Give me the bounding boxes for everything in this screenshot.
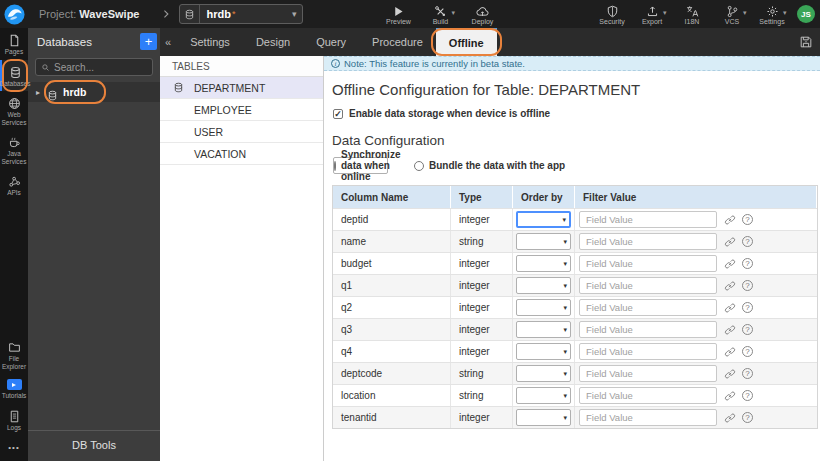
help-icon[interactable]: ? xyxy=(742,412,753,423)
security-button[interactable]: Security xyxy=(599,4,625,25)
help-icon[interactable]: ? xyxy=(742,368,753,379)
save-icon[interactable] xyxy=(799,35,813,49)
table-item-employee[interactable]: EMPLOYEE xyxy=(160,99,323,121)
help-icon[interactable]: ? xyxy=(742,236,753,247)
tab-design[interactable]: Design xyxy=(243,28,303,56)
database-item-hrdb[interactable]: ▸hrdb xyxy=(28,82,160,102)
chevron-down-icon: ▾ xyxy=(292,9,297,19)
table-item-vacation[interactable]: VACATION xyxy=(160,143,323,165)
order-by-select[interactable]: ▾ xyxy=(516,321,571,338)
sidebar-item-pages[interactable]: Pages xyxy=(0,28,28,60)
preview-button[interactable]: Preview xyxy=(385,4,411,25)
sidebar-item-web-services[interactable]: Web Services xyxy=(0,91,28,130)
sidebar-item-logs[interactable]: Logs xyxy=(0,404,28,436)
sidebar-item-apis[interactable]: APIs xyxy=(0,169,28,201)
help-icon[interactable]: ? xyxy=(742,390,753,401)
bind-field-link-icon[interactable] xyxy=(724,258,736,270)
i18n-button[interactable]: I18N xyxy=(679,4,705,25)
help-icon[interactable]: ? xyxy=(742,324,753,335)
bind-field-link-icon[interactable] xyxy=(724,412,736,424)
order-by-select[interactable]: ▾ xyxy=(516,277,571,294)
chevron-down-icon: ▾ xyxy=(563,369,567,377)
sidebar-item-databases[interactable]: Databases xyxy=(0,60,28,92)
tables-panel: TABLES DEPARTMENTEMPLOYEEUSERVACATION xyxy=(160,56,324,461)
enable-offline-label: Enable data storage when device is offli… xyxy=(349,108,550,119)
caret-right-icon: ▸ xyxy=(36,88,40,97)
database-selector-dropdown[interactable]: hrdb * ▾ xyxy=(179,4,303,24)
order-by-select[interactable]: ▾ xyxy=(516,255,571,272)
deploy-button[interactable]: Deploy xyxy=(469,4,495,25)
filter-value-input[interactable] xyxy=(579,365,717,382)
order-by-select[interactable]: ▾ xyxy=(516,409,571,426)
sidebar-item-tutorials[interactable]: Tutorials xyxy=(0,374,28,404)
enable-offline-checkbox[interactable]: ✓ Enable data storage when device is off… xyxy=(333,108,820,119)
table-item-department[interactable]: DEPARTMENT xyxy=(160,77,323,99)
chevron-down-icon: ▾ xyxy=(451,9,455,17)
add-database-button[interactable]: + xyxy=(140,33,157,50)
radio-bundle-the-data-with-the-app[interactable]: Bundle the data with the app xyxy=(414,157,565,174)
order-by-cell: ▾ xyxy=(513,385,575,406)
column-type-cell: string xyxy=(451,385,513,406)
order-by-select[interactable]: ▾ xyxy=(516,299,571,316)
help-icon[interactable]: ? xyxy=(742,280,753,291)
sidebar-item-java-services[interactable]: Java Services xyxy=(0,130,28,169)
settings-button[interactable]: ▾Settings xyxy=(759,4,785,25)
help-icon[interactable]: ? xyxy=(742,214,753,225)
wavemaker-ide: Project: WaveSwipe hrdb * ▾ Preview▾Buil… xyxy=(0,0,820,461)
filter-value-input[interactable] xyxy=(579,409,717,426)
db-tools-button[interactable]: DB Tools xyxy=(28,430,160,461)
sidebar-bottom-items: File ExplorerTutorialsLogs xyxy=(0,335,28,435)
collapse-panel-button[interactable]: « xyxy=(160,36,177,48)
bind-field-link-icon[interactable] xyxy=(724,302,736,314)
help-icon[interactable]: ? xyxy=(742,258,753,269)
user-avatar[interactable]: JS xyxy=(797,5,815,23)
bind-field-link-icon[interactable] xyxy=(724,280,736,292)
tables-panel-title: TABLES xyxy=(160,56,323,77)
chevron-down-icon: ▾ xyxy=(563,237,567,245)
table-item-user[interactable]: USER xyxy=(160,121,323,143)
order-by-select[interactable]: ▾ xyxy=(516,387,571,404)
sidebar-item-file-explorer[interactable]: File Explorer xyxy=(0,335,28,374)
checkbox-icon[interactable]: ✓ xyxy=(333,109,343,119)
tab-offline[interactable]: Offline xyxy=(436,28,497,56)
filter-value-input[interactable] xyxy=(579,387,717,404)
bind-field-link-icon[interactable] xyxy=(724,236,736,248)
bind-field-link-icon[interactable] xyxy=(724,390,736,402)
export-button[interactable]: ▾Export xyxy=(639,4,665,25)
filter-value-input[interactable] xyxy=(579,255,717,272)
help-icon[interactable]: ? xyxy=(742,302,753,313)
tab-query[interactable]: Query xyxy=(303,28,359,56)
beta-note-text: Note: This feature is currently in beta … xyxy=(344,58,525,69)
bind-field-link-icon[interactable] xyxy=(724,346,736,358)
bind-field-link-icon[interactable] xyxy=(724,214,736,226)
order-by-select[interactable]: ▾ xyxy=(516,233,571,250)
radio-synchronize-data-when-online[interactable]: Synchronize data when online xyxy=(333,157,388,174)
header-filter-value: Filter Value xyxy=(575,186,817,208)
beta-note-banner: i Note: This feature is currently in bet… xyxy=(324,56,820,71)
filter-value-input[interactable] xyxy=(579,343,717,360)
database-search-input[interactable] xyxy=(54,62,147,73)
tab-settings[interactable]: Settings xyxy=(177,28,243,56)
build-button[interactable]: ▾Build xyxy=(427,4,453,25)
order-by-cell: ▾ xyxy=(513,275,575,296)
wavemaker-logo-icon[interactable] xyxy=(4,4,25,25)
filter-value-input[interactable] xyxy=(579,321,717,338)
tab-procedure[interactable]: Procedure xyxy=(359,28,436,56)
bind-field-link-icon[interactable] xyxy=(724,368,736,380)
bind-field-link-icon[interactable] xyxy=(724,324,736,336)
help-icon[interactable]: ? xyxy=(742,346,753,357)
filter-value-input[interactable] xyxy=(579,233,717,250)
order-by-select[interactable]: ▾ xyxy=(516,365,571,382)
filter-value-input[interactable] xyxy=(579,299,717,316)
order-by-select[interactable]: ▾ xyxy=(516,343,571,360)
more-options-button[interactable]: ••• xyxy=(0,435,28,461)
filter-value-input[interactable] xyxy=(579,211,717,228)
order-by-cell: ▾ xyxy=(513,363,575,384)
vcs-button[interactable]: ▾VCS xyxy=(719,4,745,25)
radio-icon[interactable] xyxy=(414,161,424,171)
radio-icon[interactable] xyxy=(334,161,336,171)
table-row: deptidinteger▾? xyxy=(333,208,817,230)
shield-icon xyxy=(606,4,619,17)
order-by-select[interactable]: ▾ xyxy=(516,211,571,228)
filter-value-input[interactable] xyxy=(579,277,717,294)
